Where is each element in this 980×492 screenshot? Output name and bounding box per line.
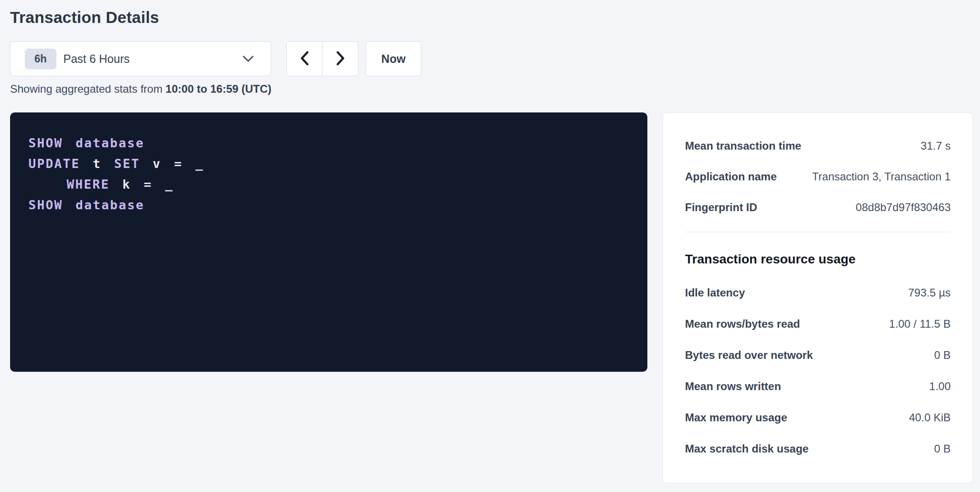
chevron-right-icon xyxy=(336,51,345,67)
transaction-details-card: Mean transaction time31.7 sApplication n… xyxy=(663,112,973,483)
stat-value: Transaction 3, Transaction 1 xyxy=(812,170,951,183)
stat-row: Max scratch disk usage0 B xyxy=(685,442,951,455)
sql-token: t xyxy=(80,157,114,171)
stat-row: Max memory usage40.0 KiB xyxy=(685,411,951,424)
resource-usage-heading: Transaction resource usage xyxy=(685,252,951,267)
sql-statement-box: SHOW databaseUPDATE t SET v = _ WHERE k … xyxy=(10,112,647,372)
stat-label: Max memory usage xyxy=(685,411,787,424)
time-range-label: Past 6 Hours xyxy=(63,52,242,66)
stat-value: 1.00 / 11.5 B xyxy=(889,318,951,330)
sql-token: SHOW database xyxy=(28,136,145,150)
stat-row: Fingerprint ID08d8b7d97f830463 xyxy=(685,201,951,214)
time-nav-group xyxy=(286,41,358,76)
next-time-button[interactable] xyxy=(323,42,358,76)
stats-caption-range: 10:00 to 16:59 (UTC) xyxy=(166,83,272,95)
now-button[interactable]: Now xyxy=(366,41,421,76)
stat-value: 08d8b7d97f830463 xyxy=(856,201,951,214)
sql-token: SHOW database xyxy=(28,198,145,212)
stat-label: Bytes read over network xyxy=(685,349,813,362)
stat-value: 31.7 s xyxy=(921,140,951,152)
stat-value: 40.0 KiB xyxy=(909,411,951,424)
stat-label: Mean transaction time xyxy=(685,140,801,152)
stat-value: 0 B xyxy=(934,349,951,362)
chevron-down-icon xyxy=(242,55,254,62)
sql-token: UPDATE xyxy=(28,157,80,171)
sql-code-line: SHOW database xyxy=(28,195,629,215)
sql-code-line: SHOW database xyxy=(28,133,629,153)
stat-label: Application name xyxy=(685,170,777,183)
divider xyxy=(685,232,951,232)
sql-token: WHERE xyxy=(67,177,110,191)
sql-token: k = _ xyxy=(110,177,174,191)
stat-label: Idle latency xyxy=(685,286,745,299)
chevron-left-icon xyxy=(300,51,309,67)
stat-row: Mean rows/bytes read1.00 / 11.5 B xyxy=(685,318,951,330)
stat-value: 793.5 µs xyxy=(908,286,951,299)
stat-row: Application nameTransaction 3, Transacti… xyxy=(685,170,951,183)
stat-value: 1.00 xyxy=(929,380,951,393)
stat-value: 0 B xyxy=(934,442,951,455)
aggregated-stats-caption: Showing aggregated stats from 10:00 to 1… xyxy=(10,83,272,95)
sql-code-line: UPDATE t SET v = _ xyxy=(28,153,629,174)
time-range-dropdown[interactable]: 6h Past 6 Hours xyxy=(10,41,271,76)
sql-code-line: WHERE k = _ xyxy=(28,174,629,195)
page-title: Transaction Details xyxy=(10,8,159,27)
stat-row: Mean transaction time31.7 s xyxy=(685,140,951,152)
resource-usage-section: Idle latency793.5 µsMean rows/bytes read… xyxy=(685,286,951,455)
stat-row: Idle latency793.5 µs xyxy=(685,286,951,299)
time-range-badge: 6h xyxy=(25,49,56,69)
stats-caption-prefix: Showing aggregated stats from xyxy=(10,83,166,95)
stat-label: Max scratch disk usage xyxy=(685,442,808,455)
stat-label: Fingerprint ID xyxy=(685,201,757,214)
stat-label: Mean rows written xyxy=(685,380,781,393)
sql-token: SET xyxy=(114,157,140,171)
stat-row: Bytes read over network0 B xyxy=(685,349,951,362)
prev-time-button[interactable] xyxy=(287,42,322,76)
sql-token xyxy=(28,177,67,191)
stat-row: Mean rows written1.00 xyxy=(685,380,951,393)
sql-token: v = _ xyxy=(140,157,204,171)
stat-label: Mean rows/bytes read xyxy=(685,318,800,330)
time-controls: 6h Past 6 Hours Now xyxy=(10,41,421,76)
summary-stats-section: Mean transaction time31.7 sApplication n… xyxy=(685,140,951,214)
